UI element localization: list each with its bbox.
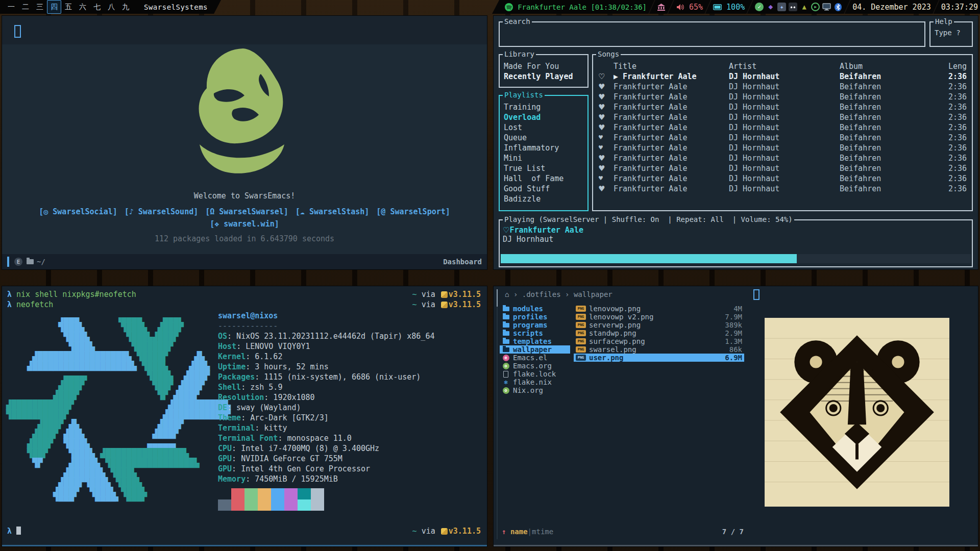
song-row[interactable]: ♥Frankfurter AaleDJ HornhautBeifahren2:3… xyxy=(593,122,972,133)
song-row[interactable]: ♡▶ Frankfurter AaleDJ HornhautBeifahren2… xyxy=(593,71,972,82)
steam-icon[interactable]: ✦ xyxy=(777,3,786,11)
column-album[interactable]: Album xyxy=(840,61,948,71)
syncthing-icon[interactable]: ▶ xyxy=(811,3,820,11)
song-row[interactable]: ♥Frankfurter AaleDJ HornhautBeifahren2:3… xyxy=(593,133,972,143)
file-row-wallpaper[interactable]: wallpaper xyxy=(500,345,570,354)
heart-icon[interactable]: ♥ xyxy=(598,143,614,153)
playlist-item-Mini[interactable]: Mini xyxy=(500,153,587,163)
discord-icon[interactable] xyxy=(789,3,797,11)
progress-bar[interactable] xyxy=(501,254,971,263)
sort-key[interactable]: name xyxy=(510,528,528,536)
workspace-八[interactable]: 八 xyxy=(104,1,118,13)
heart-icon[interactable]: ♥ xyxy=(598,102,614,112)
terminal-window[interactable]: λ nix shell nixpkgs#neofetch ~ via v3.11… xyxy=(2,286,487,546)
protonvpn-icon[interactable]: ◆ xyxy=(766,3,775,11)
file-row-swarsel.png[interactable]: PNGswarsel.png86k xyxy=(574,345,744,354)
sort-ascending-icon[interactable]: ↑ xyxy=(502,528,506,536)
heart-icon[interactable]: ♥ xyxy=(598,153,614,163)
heart-outline-icon[interactable]: ♡ xyxy=(598,71,614,82)
file-row-lenovowp.png[interactable]: PNGlenovowp.png4M xyxy=(574,305,744,313)
sort-alt-key[interactable]: mtime xyxy=(532,528,553,536)
heart-icon[interactable]: ♥ xyxy=(598,82,614,92)
dashboard-link-swarsel.win[interactable]: [❖ swarsel.win] xyxy=(210,219,279,229)
workspace-六[interactable]: 六 xyxy=(76,1,90,13)
workspace-一[interactable]: 一 xyxy=(4,1,18,13)
workspace-三[interactable]: 三 xyxy=(33,1,47,13)
scrollbar[interactable] xyxy=(497,289,498,539)
buffer-path[interactable]: ~/ xyxy=(37,258,45,266)
file-row-Emacs.el[interactable]: eEmacs.el xyxy=(500,354,570,362)
workspace-五[interactable]: 五 xyxy=(61,1,76,13)
playlist-item-Badizzle[interactable]: Badizzle xyxy=(500,194,587,204)
playlist-item-Inflammatory[interactable]: Inflammatory xyxy=(500,143,587,153)
song-row[interactable]: ♥Frankfurter AaleDJ HornhautBeifahren2:3… xyxy=(593,153,972,163)
heart-icon[interactable]: ♥ xyxy=(598,163,614,173)
now-playing-text[interactable]: Frankfurter Aale [01:38/02:36] xyxy=(518,3,647,11)
workspace-二[interactable]: 二 xyxy=(18,1,33,13)
file-row-scripts[interactable]: scripts xyxy=(500,329,570,337)
song-row[interactable]: ♥Frankfurter AaleDJ HornhautBeifahren2:3… xyxy=(593,184,972,194)
file-row-lenovowp_v2.png[interactable]: PNGlenovowp_v2.png7.9M xyxy=(574,313,744,321)
file-row-programs[interactable]: programs xyxy=(500,321,570,329)
file-row-templates[interactable]: templates xyxy=(500,337,570,345)
battery-level[interactable]: 100% xyxy=(726,3,745,12)
monitor-icon[interactable] xyxy=(822,3,831,11)
bank-icon[interactable] xyxy=(657,3,666,11)
file-row-Emacs.org[interactable]: oEmacs.org xyxy=(500,362,570,370)
file-row-flake.lock[interactable]: flake.lock xyxy=(500,370,570,378)
volume-level[interactable]: 65% xyxy=(689,3,703,12)
heart-icon[interactable]: ♥ xyxy=(598,184,614,194)
file-row-profiles[interactable]: profiles xyxy=(500,313,570,321)
heart-icon[interactable]: ♥ xyxy=(598,112,614,122)
dashboard-link-SwarselSound[interactable]: [♪ SwarselSound] xyxy=(125,207,199,216)
song-row[interactable]: ♥Frankfurter AaleDJ HornhautBeifahren2:3… xyxy=(593,92,972,102)
library-item-Recently Played[interactable]: Recently Played xyxy=(500,71,587,82)
playlist-item-Good Stuff[interactable]: Good Stuff xyxy=(500,184,587,194)
spotify-icon[interactable] xyxy=(504,3,513,11)
check-icon[interactable]: ✓ xyxy=(755,3,764,11)
workspace-七[interactable]: 七 xyxy=(90,1,104,13)
song-row[interactable]: ♥Frankfurter AaleDJ HornhautBeifahren2:3… xyxy=(593,173,972,184)
file-row-standwp.png[interactable]: PNGstandwp.png2.9M xyxy=(574,329,744,337)
major-mode-label[interactable]: Dashboard xyxy=(443,258,482,266)
dashboard-link-SwarselStash[interactable]: [☁ SwarselStash] xyxy=(296,207,370,216)
workspace-九[interactable]: 九 xyxy=(118,1,133,13)
home-icon[interactable]: ⌂ xyxy=(505,290,509,298)
search-input[interactable]: Search xyxy=(499,21,925,47)
bluetooth-icon[interactable] xyxy=(834,3,842,11)
heart-icon[interactable]: ♥ xyxy=(598,122,614,133)
column-artist[interactable]: Artist xyxy=(729,61,840,71)
song-row[interactable]: ♥Frankfurter AaleDJ HornhautBeifahren2:3… xyxy=(593,112,972,122)
breadcrumb[interactable]: ⌂ › .dotfiles › wallpaper xyxy=(505,290,612,298)
library-item-Made For You[interactable]: Made For You xyxy=(500,61,587,71)
terminal-prompt-line[interactable]: λ ~ via v3.11.5 xyxy=(7,526,481,536)
dashboard-link-SwarselSport[interactable]: [@ SwarselSport] xyxy=(376,207,450,216)
column-title[interactable]: Title xyxy=(614,61,729,71)
heart-icon[interactable]: ♥ xyxy=(598,173,614,184)
playlist-item-Training[interactable]: Training xyxy=(500,102,587,112)
file-row-flake.nix[interactable]: ✻flake.nix xyxy=(500,378,570,386)
playlist-item-Queue[interactable]: Queue xyxy=(500,133,587,143)
dashboard-link-SwarselSwarsel[interactable]: [Ω SwarselSwarsel] xyxy=(205,207,288,216)
playlist-item-Lost[interactable]: Lost xyxy=(500,122,587,133)
playlist-item-True List[interactable]: True List xyxy=(500,163,587,173)
file-row-modules[interactable]: modules xyxy=(500,305,570,313)
file-row-Nix.org[interactable]: oNix.org xyxy=(500,386,570,394)
tent-icon[interactable]: ▲ xyxy=(800,3,808,11)
heart-icon[interactable]: ♡ xyxy=(503,226,509,235)
file-row-serverwp.png[interactable]: PNGserverwp.png389k xyxy=(574,321,744,329)
file-row-surfacewp.png[interactable]: PNGsurfacewp.png1.3M xyxy=(574,337,744,345)
breadcrumb-part[interactable]: .dotfiles xyxy=(522,290,561,298)
column-length[interactable]: Leng xyxy=(948,61,967,71)
heart-icon[interactable]: ♥ xyxy=(598,133,614,143)
dashboard-link-SwarselSocial[interactable]: [◎ SwarselSocial] xyxy=(39,207,117,216)
breadcrumb-part[interactable]: wallpaper xyxy=(574,290,612,298)
file-row-user.png[interactable]: PNGuser.png6.9M xyxy=(574,354,744,362)
song-row[interactable]: ♥Frankfurter AaleDJ HornhautBeifahren2:3… xyxy=(593,143,972,153)
heart-icon[interactable]: ♥ xyxy=(598,92,614,102)
workspace-四[interactable]: 四 xyxy=(47,0,61,14)
volume-icon[interactable] xyxy=(676,3,684,11)
song-row[interactable]: ♥Frankfurter AaleDJ HornhautBeifahren2:3… xyxy=(593,82,972,92)
song-row[interactable]: ♥Frankfurter AaleDJ HornhautBeifahren2:3… xyxy=(593,163,972,173)
playlist-item-Hall of Fame[interactable]: Hall of Fame xyxy=(500,173,587,184)
